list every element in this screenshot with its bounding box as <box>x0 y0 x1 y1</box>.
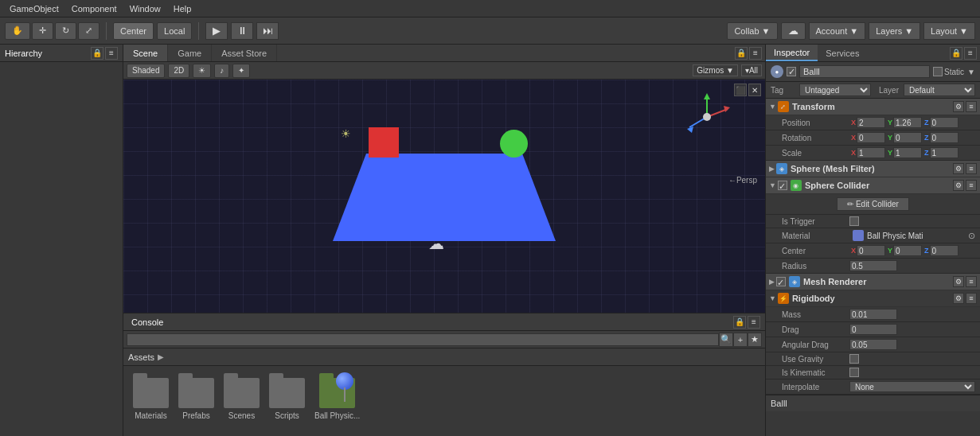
obj-name-input[interactable] <box>799 65 930 78</box>
radius-input[interactable] <box>849 260 897 271</box>
console-lock-btn[interactable]: 🔒 <box>733 316 746 329</box>
mesh-filter-collapse[interactable]: ▶ <box>769 165 775 173</box>
layout-dropdown[interactable]: Layout ▼ <box>923 22 975 40</box>
rigidbody-menu-btn[interactable]: ≡ <box>966 293 977 304</box>
rotation-y-input[interactable] <box>893 132 922 143</box>
static-dropdown-arrow[interactable]: ▼ <box>967 68 975 76</box>
tag-select[interactable]: Untagged <box>799 84 871 96</box>
mesh-filter-header[interactable]: ▶ ◈ Sphere (Mesh Filter) ⚙ ≡ <box>766 161 980 177</box>
mesh-renderer-menu-btn[interactable]: ≡ <box>966 276 977 287</box>
gizmos-btn[interactable]: Gizmos ▼ <box>693 64 738 76</box>
console-menu-btn[interactable]: ≡ <box>748 316 760 329</box>
scale-x-input[interactable] <box>857 147 885 158</box>
sphere-collider-menu-btn[interactable]: ≡ <box>966 180 977 191</box>
drag-input[interactable] <box>849 324 897 335</box>
scene-menu-btn[interactable]: ≡ <box>749 47 762 60</box>
sphere-collider-header[interactable]: ▼ ✓ ◉ Sphere Collider ⚙ ≡ <box>766 177 980 194</box>
position-x-input[interactable] <box>857 117 885 128</box>
scene-lock-btn[interactable]: 🔒 <box>735 47 748 60</box>
mesh-filter-settings-btn[interactable]: ⚙ <box>953 163 964 174</box>
center-x-input[interactable] <box>857 245 885 256</box>
obj-active-checkbox[interactable]: ✓ <box>787 67 796 76</box>
mass-input[interactable] <box>849 309 897 320</box>
tab-asset-store[interactable]: Asset Store <box>212 45 277 61</box>
hierarchy-lock-btn[interactable]: 🔒 <box>91 47 103 60</box>
hierarchy-menu-btn[interactable]: ≡ <box>105 47 118 60</box>
angular-drag-input[interactable] <box>849 339 897 350</box>
console-tab[interactable]: Console <box>128 316 166 329</box>
is-kinematic-checkbox[interactable] <box>849 368 859 377</box>
hand-tool-btn[interactable]: ✋ <box>5 22 30 40</box>
tab-inspector[interactable]: Inspector <box>766 45 818 61</box>
inspector-menu-btn[interactable]: ≡ <box>964 47 977 60</box>
mesh-renderer-settings-btn[interactable]: ⚙ <box>953 276 964 287</box>
tab-scene[interactable]: Scene <box>123 45 168 61</box>
scale-z-input[interactable] <box>930 147 959 158</box>
mesh-filter-menu-btn[interactable]: ≡ <box>966 163 977 174</box>
transform-settings-btn[interactable]: ⚙ <box>953 101 964 112</box>
account-dropdown[interactable]: Account ▼ <box>809 22 866 40</box>
pause-btn[interactable]: ⏸ <box>231 22 253 40</box>
transform-header[interactable]: ▼ ⤢ Transform ⚙ ≡ <box>766 99 980 115</box>
2d-btn[interactable]: 2D <box>168 64 189 78</box>
position-z-input[interactable] <box>930 117 959 128</box>
rotate-tool-btn[interactable]: ↻ <box>55 22 76 40</box>
move-tool-btn[interactable]: ✛ <box>32 22 53 40</box>
audio-btn[interactable]: ♪ <box>214 64 229 78</box>
is-trigger-checkbox[interactable] <box>849 216 859 226</box>
mesh-renderer-enabled[interactable]: ✓ <box>776 277 786 286</box>
hierarchy-tab[interactable]: Hierarchy <box>5 49 42 58</box>
use-gravity-checkbox[interactable] <box>849 354 859 364</box>
rotation-x-input[interactable] <box>857 132 885 143</box>
menu-component[interactable]: Component <box>65 2 123 15</box>
sphere-collider-collapse[interactable]: ▼ <box>769 181 776 189</box>
rigidbody-collapse[interactable]: ▼ <box>769 294 776 302</box>
play-btn[interactable]: ▶ <box>205 22 228 40</box>
interpolate-select[interactable]: None Interpolate Extrapolate <box>849 381 975 392</box>
collab-btn[interactable]: Collab ▼ <box>727 22 777 40</box>
center-btn[interactable]: Center <box>113 22 154 40</box>
inspector-lock-btn[interactable]: 🔒 <box>950 47 962 60</box>
local-btn[interactable]: Local <box>157 22 192 40</box>
sphere-collider-settings-btn[interactable]: ⚙ <box>953 180 964 191</box>
scale-tool-btn[interactable]: ⤢ <box>78 22 100 40</box>
transform-collapse[interactable]: ▼ <box>769 103 776 111</box>
edit-collider-btn[interactable]: ✏ Edit Collider <box>837 197 909 211</box>
layer-select[interactable]: Default <box>904 84 975 96</box>
menu-help[interactable]: Help <box>167 2 198 15</box>
console-search-btn[interactable]: 🔍 <box>719 333 733 347</box>
scene-close-btn[interactable]: ✕ <box>748 84 761 96</box>
console-add-btn[interactable]: + <box>733 333 748 347</box>
folder-scripts[interactable]: Scripts <box>269 378 305 420</box>
fx-btn[interactable]: ✦ <box>232 64 250 78</box>
position-y-input[interactable] <box>893 117 922 128</box>
scene-maximize-btn[interactable]: ⬛ <box>734 84 747 96</box>
center-z-input[interactable] <box>930 245 959 256</box>
static-checkbox[interactable] <box>933 67 943 76</box>
transform-menu-btn[interactable]: ≡ <box>966 101 977 112</box>
rigidbody-header[interactable]: ▼ ⚡ Rigidbody ⚙ ≡ <box>766 290 980 307</box>
light-btn[interactable]: ☀ <box>193 64 211 78</box>
material-pick-btn[interactable]: ⊙ <box>968 231 975 241</box>
sphere-collider-enabled[interactable]: ✓ <box>778 181 787 190</box>
tab-services[interactable]: Services <box>818 45 867 61</box>
center-y-input[interactable] <box>893 245 922 256</box>
cloud-btn[interactable]: ☁ <box>781 22 806 40</box>
console-search-input[interactable] <box>127 333 719 346</box>
shading-dropdown[interactable]: Shaded <box>127 64 165 78</box>
step-btn[interactable]: ⏭ <box>256 22 279 40</box>
all-layers-btn[interactable]: ▾All <box>741 64 762 76</box>
folder-scenes[interactable]: Scenes <box>224 378 260 420</box>
scale-y-input[interactable] <box>893 147 922 158</box>
folder-materials[interactable]: Materials <box>133 378 169 420</box>
folder-prefabs[interactable]: Prefabs <box>178 378 214 420</box>
tab-game[interactable]: Game <box>168 45 212 61</box>
rigidbody-settings-btn[interactable]: ⚙ <box>953 293 964 304</box>
layers-dropdown[interactable]: Layers ▼ <box>869 22 920 40</box>
rotation-z-input[interactable] <box>930 132 959 143</box>
menu-gameobject[interactable]: GameObject <box>3 2 65 15</box>
scene-view[interactable]: ☁ ☀ <box>123 80 765 313</box>
mesh-renderer-header[interactable]: ▶ ✓ ◈ Mesh Renderer ⚙ ≡ <box>766 274 980 290</box>
mesh-renderer-collapse[interactable]: ▶ <box>769 278 775 286</box>
menu-window[interactable]: Window <box>123 2 167 15</box>
